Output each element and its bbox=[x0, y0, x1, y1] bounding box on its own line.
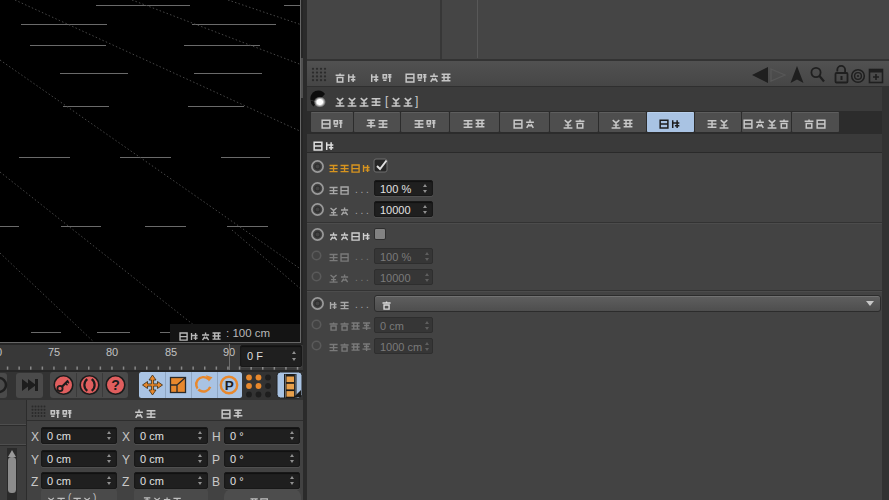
svg-text:?: ? bbox=[111, 377, 120, 393]
svg-text:P: P bbox=[225, 378, 234, 393]
